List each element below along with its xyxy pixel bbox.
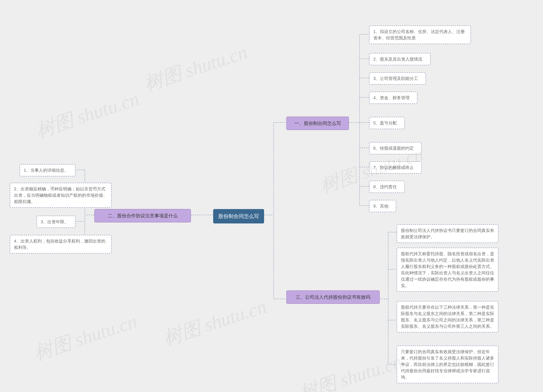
watermark: 树图 shutu.cn	[160, 294, 270, 351]
branch-right-3[interactable]: 三、公司法人代持股份协议书有效吗	[286, 291, 380, 304]
l2-leaf-1[interactable]: 1、当事人的详细信息。	[20, 164, 75, 176]
r3-leaf-1[interactable]: 股份制公司法人代持协议书只要签订的合同真实有效就受法律保护。	[397, 224, 498, 243]
watermark: 树图 shutu.cn	[141, 39, 251, 97]
l2-leaf-2[interactable]: 2、出资额应精确，币种应明确；如以非货币方式出资，应当明确物权或者知识产权的的市…	[10, 183, 112, 208]
r1-leaf-2[interactable]: 2、股东及其出资入股情况	[369, 53, 430, 65]
branch-right-1[interactable]: 一、股份制合同怎么写	[286, 117, 349, 130]
r3-leaf-3[interactable]: 股权代持主要存在以下三种法律关系，第一种是实际股东与名义股东之间的法律关系，第二…	[397, 301, 498, 332]
root-node[interactable]: 股份制合同怎么写	[213, 209, 264, 224]
watermark: 树图 shutu.cn	[296, 349, 406, 392]
r3-leaf-2[interactable]: 股权代持又称委托持股、隐名投资或假名出资，是指实际出资人与他人约定，以他人名义代…	[397, 248, 498, 292]
r1-leaf-5[interactable]: 5、盈亏分配	[369, 117, 405, 129]
r1-leaf-9[interactable]: 9、其他	[369, 200, 396, 212]
l2-leaf-3[interactable]: 3、出资年限。	[36, 216, 75, 228]
branch-left-2[interactable]: 二、股份合作协议注意事项是什么	[94, 209, 191, 222]
l2-leaf-4[interactable]: 4、出资人权利，包括收益分享权利，撤回出资的权利等。	[10, 235, 112, 254]
r1-leaf-1[interactable]: 1、拟设立的公司名称、住所、法定代表人、注册资本、经营范围及性质	[369, 25, 471, 44]
r1-leaf-4[interactable]: 4、资金、财务管理	[369, 92, 418, 104]
r1-leaf-3[interactable]: 3、公司管理及职能分工	[369, 72, 426, 84]
watermark: 树图 shutu.cn	[33, 86, 142, 144]
r1-leaf-8[interactable]: 8、违约责任	[369, 181, 405, 193]
r3-leaf-4[interactable]: 只要签订的合同真实有效就受法律保护。但近年来，代持股份引发了名义持股人和实际持股…	[397, 346, 498, 383]
watermark: 树图 shutu.cn	[31, 308, 140, 366]
r1-leaf-7[interactable]: 7、协议的解除或终止	[369, 161, 422, 174]
r1-leaf-6[interactable]: 6、转股或退股的约定	[369, 142, 422, 154]
